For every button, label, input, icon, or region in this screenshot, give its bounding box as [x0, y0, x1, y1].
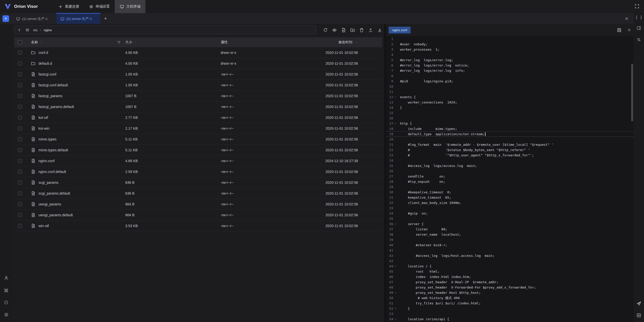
user-icon[interactable] — [4, 275, 9, 281]
editor-line[interactable]: 14} — [386, 105, 634, 110]
editor-line[interactable]: 8 — [386, 73, 634, 79]
editor-line[interactable]: 26 — [386, 168, 634, 174]
editor-line[interactable]: 20 — [386, 137, 634, 142]
table-row[interactable]: mime.types.default5.11 KB-rw-r--r--2020-… — [14, 145, 382, 156]
table-row[interactable]: nginx.conf.default2.59 KB-rw-r--r--2020-… — [14, 166, 382, 177]
table-row[interactable]: fastcgi.conf1.05 KB-rw-r--r--2020-11-01 … — [14, 69, 382, 80]
editor-line[interactable]: 31 keepalive_timeout 65; — [386, 195, 634, 200]
editor-line[interactable]: 47 proxy_set_header X-Real-IP $remote_ad… — [386, 279, 634, 285]
editor-line[interactable]: 1 — [386, 36, 634, 42]
editor-line[interactable]: 22 # '$status $body_bytes_sent "$http_re… — [386, 147, 634, 153]
editor-line[interactable]: 19 default_type application/octet-stream… — [386, 131, 634, 137]
editor-line[interactable]: 40 #charset koi8-r; — [386, 242, 634, 248]
table-row[interactable]: koi-win2.17 KB-rw-r--r--2020-11-01 10:02… — [14, 123, 382, 134]
fold-chevron-down-icon[interactable] — [393, 316, 397, 322]
sort-icon[interactable] — [355, 41, 358, 44]
sort-icon[interactable] — [39, 41, 43, 44]
filter-icon[interactable] — [117, 41, 121, 44]
editor-line[interactable]: 15 — [386, 110, 634, 116]
panel-layout-icon[interactable] — [636, 26, 641, 31]
row-checkbox[interactable] — [18, 61, 22, 65]
code-braces-icon[interactable]: { } — [635, 15, 642, 20]
back-button[interactable] — [17, 28, 22, 32]
editor-line[interactable]: 44 location / { — [386, 264, 634, 269]
table-row[interactable]: fastcgi.conf.default1.05 KB-rw-r--r--202… — [14, 80, 382, 91]
editor-line[interactable]: 53 — [386, 311, 634, 316]
editor-line[interactable]: 16 — [386, 116, 634, 121]
editor-line[interactable]: 12events { — [386, 94, 634, 100]
editor-line[interactable]: 6#error_log logs/error.log notice; — [386, 63, 634, 68]
send-command-icon[interactable] — [636, 301, 641, 307]
editor-line[interactable]: 45 root html; — [386, 269, 634, 274]
editor-line[interactable]: 11 — [386, 89, 634, 94]
editor-line[interactable]: 37 listen 80; — [386, 227, 634, 232]
new-window-icon[interactable] — [636, 313, 641, 318]
row-checkbox[interactable] — [18, 191, 22, 195]
row-checkbox[interactable] — [18, 126, 22, 130]
editor-line[interactable]: 28 #tcp_nopush on; — [386, 179, 634, 184]
editor-line[interactable]: 43 — [386, 258, 634, 264]
terminal-tab[interactable]: (2) server-生产-1 — [56, 13, 101, 24]
terminal-tab[interactable]: (1) server-生产-1 — [12, 13, 56, 24]
table-row[interactable]: uwsgi_params.default664 B-rw-r--r--2020-… — [14, 210, 382, 221]
editor-line[interactable]: 30 #keepalive_timeout 0; — [386, 190, 634, 195]
breadcrumb-segment[interactable]: nginx — [44, 28, 52, 32]
select-all-checkbox[interactable] — [18, 40, 22, 44]
table-row[interactable]: scgi_params.default636 B-rw-r--r--2020-1… — [14, 188, 382, 199]
column-header-name[interactable]: 名称 — [31, 40, 38, 45]
close-editor-icon[interactable] — [627, 28, 631, 32]
editor-line[interactable]: 27 sendfile on; — [386, 174, 634, 179]
editor-line[interactable]: 18 include mime.types; — [386, 126, 634, 131]
editor-line[interactable]: 50 # web history 模式 404 — [386, 295, 634, 301]
editor-line[interactable]: 52 } — [386, 306, 634, 311]
table-row[interactable]: fastcgi_params1007 B-rw-r--r--2020-11-01… — [14, 91, 382, 101]
editor-line[interactable]: 5#error_log logs/error.log; — [386, 57, 634, 63]
download-icon[interactable] — [377, 28, 382, 32]
fold-chevron-down-icon[interactable] — [393, 221, 397, 227]
editor-line[interactable]: 42 #access_log logs/host.access.log main… — [386, 253, 634, 258]
row-checkbox[interactable] — [18, 213, 22, 217]
editor-line[interactable]: 2#user nobody; — [386, 42, 634, 47]
editor-file-tab[interactable]: nginx.conf — [389, 27, 411, 33]
table-row[interactable]: fastcgi_params.default1007 B-rw-r--r--20… — [14, 101, 382, 112]
editor-line[interactable]: 21 #log_format main '$remote_addr - $rem… — [386, 142, 634, 147]
topmenu-item[interactable]: 新建连接 — [53, 0, 84, 13]
theme-icon[interactable] — [4, 300, 9, 306]
editor-line[interactable]: 36 server { — [386, 221, 634, 227]
editor-line[interactable]: 54 location /orion/api { — [386, 316, 634, 322]
editor-line[interactable]: 51 try_files $uri $uri/ /index.html; — [386, 301, 634, 306]
table-row[interactable]: koi-utf2.77 KB-rw-r--r--2020-11-01 10:02… — [14, 112, 382, 123]
add-tab-button[interactable]: + — [104, 16, 107, 21]
editor-line[interactable]: 17http { — [386, 121, 634, 126]
fold-chevron-down-icon[interactable] — [393, 121, 397, 126]
row-checkbox[interactable] — [18, 181, 22, 185]
code-editor[interactable]: 12#user nobody;3worker_processes 1;45#er… — [386, 36, 634, 322]
editor-line[interactable]: 49 proxy_set_header Host $http_host; — [386, 290, 634, 295]
editor-line[interactable]: 29 — [386, 184, 634, 190]
sort-swap-icon[interactable] — [636, 37, 641, 43]
row-checkbox[interactable] — [18, 51, 22, 55]
breadcrumb-segment[interactable]: etc — [33, 28, 38, 32]
row-checkbox[interactable] — [18, 170, 22, 174]
row-checkbox[interactable] — [18, 83, 22, 87]
directory-list-icon[interactable] — [25, 28, 30, 32]
editor-line[interactable]: 46 index index.html index.htm; — [386, 274, 634, 279]
panel-splitter[interactable] — [384, 24, 386, 322]
row-checkbox[interactable] — [18, 159, 22, 163]
topmenu-item[interactable]: 主机终端 — [115, 0, 145, 13]
fullscreen-icon[interactable] — [634, 4, 639, 10]
editor-line[interactable]: 38 server_name localhost; — [386, 232, 634, 237]
editor-line[interactable]: 48 proxy_set_header X-Forwarded-For $pro… — [386, 285, 634, 290]
row-checkbox[interactable] — [18, 137, 22, 141]
row-checkbox[interactable] — [18, 94, 22, 98]
editor-line[interactable]: 32 client_max_body_size 1048m; — [386, 200, 634, 205]
row-checkbox[interactable] — [18, 72, 22, 76]
fold-chevron-down-icon[interactable] — [393, 306, 397, 311]
row-checkbox[interactable] — [18, 105, 22, 109]
close-panel-icon[interactable] — [625, 13, 629, 24]
sort-icon[interactable] — [134, 41, 137, 44]
editor-line[interactable]: 10 — [386, 84, 634, 89]
editor-line[interactable]: 4 — [386, 52, 634, 57]
editor-line[interactable]: 9#pid logs/nginx.pid; — [386, 79, 634, 84]
save-icon[interactable] — [617, 28, 622, 32]
